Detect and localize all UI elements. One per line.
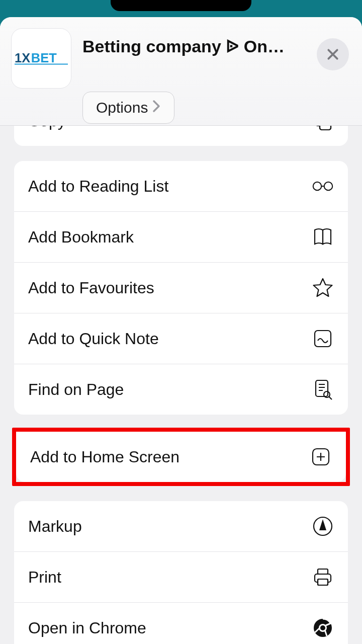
row-label: Markup [28, 517, 82, 536]
add-square-icon [310, 446, 332, 468]
row-find[interactable]: Find on Page [14, 364, 348, 415]
svg-point-5 [313, 182, 322, 191]
action-group-tools: Markup Print Open in Chrome [14, 501, 348, 644]
row-chrome[interactable]: Open in Chrome [14, 602, 348, 644]
row-print[interactable]: Print [14, 551, 348, 602]
star-icon [312, 277, 334, 299]
close-icon [326, 48, 339, 61]
chevron-right-icon [152, 100, 161, 116]
svg-point-6 [324, 182, 333, 191]
row-label: Open in Chrome [28, 619, 146, 637]
row-label: Find on Page [28, 380, 124, 399]
highlight-frame: Add to Home Screen [12, 428, 350, 486]
svg-rect-8 [316, 380, 328, 396]
row-copy[interactable]: Copy [14, 126, 348, 146]
action-group-add: Add to Reading List Add Bookmark Add to … [14, 161, 348, 415]
options-label: Options [96, 99, 148, 116]
svg-rect-14 [318, 579, 328, 585]
svg-rect-13 [318, 569, 328, 574]
book-icon [312, 226, 334, 248]
row-bookmark[interactable]: Add Bookmark [14, 211, 348, 262]
device-notch [111, 0, 251, 11]
quick-note-icon [312, 328, 334, 350]
row-label: Add to Reading List [28, 177, 168, 196]
page-title: Betting company ᐉ Online... [82, 36, 289, 56]
options-button[interactable]: Options [82, 92, 174, 124]
copy-icon [312, 126, 334, 132]
svg-point-18 [320, 625, 325, 630]
row-label: Add to Favourites [28, 279, 154, 297]
svg-text:BET: BET [31, 51, 57, 65]
close-button[interactable] [317, 38, 349, 70]
chrome-icon [312, 617, 334, 639]
find-icon [312, 378, 334, 400]
logo-1xbet-icon: 1X BET [15, 50, 68, 66]
row-label: Add to Home Screen [30, 448, 179, 466]
device-status-bar [0, 0, 362, 17]
row-quick-note[interactable]: Add to Quick Note [14, 313, 348, 364]
row-label: Add Bookmark [28, 228, 134, 247]
markup-icon [312, 515, 334, 537]
row-reading-list[interactable]: Add to Reading List [14, 161, 348, 211]
share-sheet: 1X BET Betting company ᐉ Online... Optio… [0, 17, 362, 644]
row-favourites[interactable]: Add to Favourites [14, 262, 348, 313]
row-label: Add to Quick Note [28, 330, 159, 348]
share-actions-list[interactable]: Copy Add to Reading List Add Bookmark [0, 126, 362, 644]
print-icon [312, 566, 334, 588]
row-label: Print [28, 568, 61, 587]
svg-text:1X: 1X [15, 51, 30, 65]
action-group-home: Add to Home Screen [16, 432, 346, 482]
share-header: 1X BET Betting company ᐉ Online... Optio… [0, 17, 362, 126]
row-markup[interactable]: Markup [14, 501, 348, 551]
site-favicon: 1X BET [11, 28, 71, 89]
glasses-icon [312, 175, 334, 197]
svg-rect-3 [320, 126, 331, 130]
svg-rect-7 [315, 331, 331, 347]
row-home-screen[interactable]: Add to Home Screen [16, 432, 346, 482]
action-group-copy: Copy [14, 126, 348, 146]
row-label: Copy [28, 126, 66, 130]
